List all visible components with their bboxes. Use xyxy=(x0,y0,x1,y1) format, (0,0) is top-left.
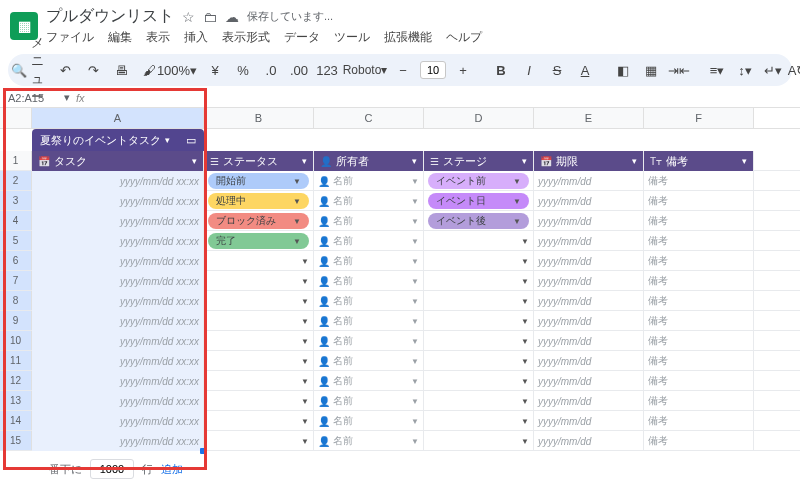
field-header-status[interactable]: ☰ステータス▾ xyxy=(204,151,314,171)
cell-status[interactable]: 開始前▼ xyxy=(204,171,314,191)
row-header[interactable]: 13 xyxy=(0,391,32,410)
col-header-d[interactable]: D xyxy=(424,108,534,128)
cell-status[interactable]: 処理中▼ xyxy=(204,191,314,211)
cell-status[interactable]: ▼ xyxy=(204,391,314,411)
cell-stage[interactable]: イベント後▼ xyxy=(424,211,534,231)
bold-icon[interactable]: B xyxy=(490,58,512,82)
cell-notes[interactable]: 備考 xyxy=(644,391,754,411)
cell-task[interactable]: yyyy/mm/dd xx:xx xyxy=(32,371,204,391)
currency-icon[interactable]: ¥ xyxy=(204,58,226,82)
cell-status[interactable]: ▼ xyxy=(204,411,314,431)
text-color-icon[interactable]: A xyxy=(574,58,596,82)
cell-due[interactable]: yyyy/mm/dd xyxy=(534,391,644,411)
cell-task[interactable]: yyyy/mm/dd xx:xx xyxy=(32,291,204,311)
cell-due[interactable]: yyyy/mm/dd xyxy=(534,351,644,371)
menu-extensions[interactable]: 拡張機能 xyxy=(384,29,432,46)
name-box[interactable]: A2:A15 xyxy=(8,92,58,104)
font-size-minus[interactable]: − xyxy=(392,58,414,82)
cell-stage[interactable]: ▼ xyxy=(424,271,534,291)
menu-tools[interactable]: ツール xyxy=(334,29,370,46)
cell-notes[interactable]: 備考 xyxy=(644,251,754,271)
menu-format[interactable]: 表示形式 xyxy=(222,29,270,46)
cell-notes[interactable]: 備考 xyxy=(644,211,754,231)
cell-due[interactable]: yyyy/mm/dd xyxy=(534,271,644,291)
row-header[interactable]: 10 xyxy=(0,331,32,350)
cell-owner[interactable]: 👤名前▼ xyxy=(314,291,424,311)
cell-task[interactable]: yyyy/mm/dd xx:xx xyxy=(32,271,204,291)
cell-owner[interactable]: 👤名前▼ xyxy=(314,231,424,251)
more-formats-icon[interactable]: 123 xyxy=(316,58,338,82)
cell-owner[interactable]: 👤名前▼ xyxy=(314,331,424,351)
cell-due[interactable]: yyyy/mm/dd xyxy=(534,331,644,351)
row-header[interactable]: 11 xyxy=(0,351,32,370)
cell-notes[interactable]: 備考 xyxy=(644,271,754,291)
menu-edit[interactable]: 編集 xyxy=(108,29,132,46)
cell-owner[interactable]: 👤名前▼ xyxy=(314,391,424,411)
cell-stage[interactable]: ▼ xyxy=(424,351,534,371)
field-header-notes[interactable]: Tᴛ備考▾ xyxy=(644,151,754,171)
star-icon[interactable]: ☆ xyxy=(182,9,195,25)
cell-task[interactable]: yyyy/mm/dd xx:xx xyxy=(32,391,204,411)
cell-due[interactable]: yyyy/mm/dd xyxy=(534,431,644,451)
move-folder-icon[interactable]: 🗀 xyxy=(203,9,217,25)
fill-color-icon[interactable]: ◧ xyxy=(612,58,634,82)
halign-icon[interactable]: ≡▾ xyxy=(706,58,728,82)
cell-task[interactable]: yyyy/mm/dd xx:xx xyxy=(32,351,204,371)
cell-owner[interactable]: 👤名前▼ xyxy=(314,171,424,191)
row-header[interactable]: 5 xyxy=(0,231,32,250)
add-rows-button[interactable]: 追加 xyxy=(161,462,183,477)
rotate-icon[interactable]: A↻▾ xyxy=(790,58,800,82)
cell-stage[interactable]: ▼ xyxy=(424,371,534,391)
cell-notes[interactable]: 備考 xyxy=(644,331,754,351)
cell-owner[interactable]: 👤名前▼ xyxy=(314,411,424,431)
cell-stage[interactable]: ▼ xyxy=(424,391,534,411)
font-size-plus[interactable]: + xyxy=(452,58,474,82)
col-header-c[interactable]: C xyxy=(314,108,424,128)
cell-status[interactable]: ▼ xyxy=(204,431,314,451)
cell-task[interactable]: yyyy/mm/dd xx:xx xyxy=(32,171,204,191)
row-header[interactable]: 2 xyxy=(0,171,32,190)
cell-due[interactable]: yyyy/mm/dd xyxy=(534,251,644,271)
cell-task[interactable]: yyyy/mm/dd xx:xx xyxy=(32,191,204,211)
cell-owner[interactable]: 👤名前▼ xyxy=(314,271,424,291)
italic-icon[interactable]: I xyxy=(518,58,540,82)
cell-task[interactable]: yyyy/mm/dd xx:xx xyxy=(32,231,204,251)
cell-notes[interactable]: 備考 xyxy=(644,191,754,211)
cell-owner[interactable]: 👤名前▼ xyxy=(314,371,424,391)
col-header-f[interactable]: F xyxy=(644,108,754,128)
menu-data[interactable]: データ xyxy=(284,29,320,46)
cell-notes[interactable]: 備考 xyxy=(644,371,754,391)
add-rows-count[interactable] xyxy=(90,459,134,479)
field-header-owner[interactable]: 👤所有者▾ xyxy=(314,151,424,171)
cell-status[interactable]: ▼ xyxy=(204,251,314,271)
cell-owner[interactable]: 👤名前▼ xyxy=(314,311,424,331)
menu-view[interactable]: 表示 xyxy=(146,29,170,46)
row-header[interactable]: 4 xyxy=(0,211,32,230)
decrease-decimal-icon[interactable]: .0 xyxy=(260,58,282,82)
cell-status[interactable]: ▼ xyxy=(204,331,314,351)
cell-status[interactable]: ブロック済み▼ xyxy=(204,211,314,231)
row-header[interactable]: 12 xyxy=(0,371,32,390)
redo-icon[interactable]: ↷ xyxy=(82,58,104,82)
col-header-a[interactable]: A xyxy=(32,108,204,128)
col-header-b[interactable]: B xyxy=(204,108,314,128)
cell-task[interactable]: yyyy/mm/dd xx:xx xyxy=(32,411,204,431)
menu-insert[interactable]: 挿入 xyxy=(184,29,208,46)
font-select[interactable]: Roboto ▾ xyxy=(354,58,376,82)
cell-status[interactable]: ▼ xyxy=(204,351,314,371)
field-header-due[interactable]: 📅期限▾ xyxy=(534,151,644,171)
field-header-task[interactable]: 📅タスク▾ xyxy=(32,151,204,171)
print-icon[interactable]: 🖶 xyxy=(110,58,132,82)
cell-stage[interactable]: イベント日▼ xyxy=(424,191,534,211)
row-header[interactable]: 6 xyxy=(0,251,32,270)
cell-stage[interactable]: ▼ xyxy=(424,231,534,251)
percent-icon[interactable]: % xyxy=(232,58,254,82)
cell-status[interactable]: 完了▼ xyxy=(204,231,314,251)
cell-notes[interactable]: 備考 xyxy=(644,351,754,371)
cell-status[interactable]: ▼ xyxy=(204,371,314,391)
cell-task[interactable]: yyyy/mm/dd xx:xx xyxy=(32,331,204,351)
cell-stage[interactable]: ▼ xyxy=(424,251,534,271)
cell-due[interactable]: yyyy/mm/dd xyxy=(534,411,644,431)
cell-stage[interactable]: ▼ xyxy=(424,291,534,311)
row-header[interactable]: 15 xyxy=(0,431,32,450)
